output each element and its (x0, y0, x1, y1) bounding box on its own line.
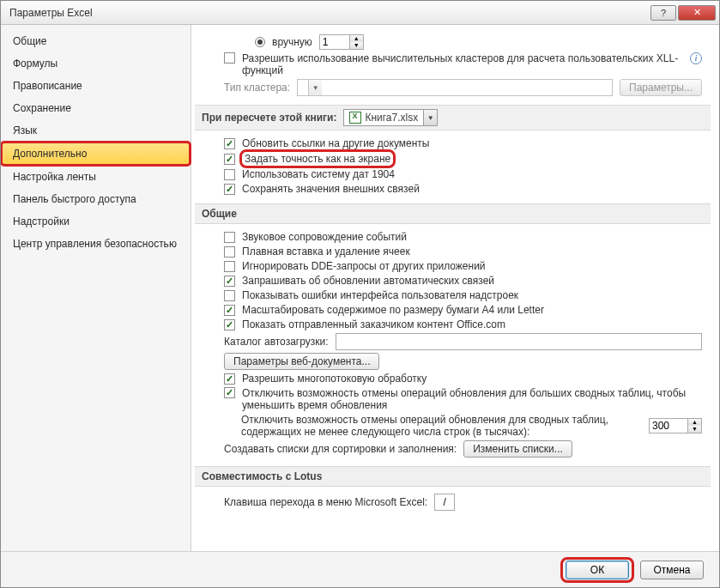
precision-as-displayed-label: Задать точность как на экране (242, 152, 393, 166)
web-document-params-button[interactable]: Параметры веб-документа... (224, 353, 379, 370)
chevron-down-icon[interactable]: ▼ (423, 110, 437, 125)
multithread-checkbox[interactable] (224, 373, 235, 385)
nav-addins[interactable]: Надстройки (1, 210, 191, 233)
lotus-key-label: Клавиша перехода в меню Microsoft Excel: (224, 496, 427, 508)
lotus-key-input[interactable] (434, 494, 455, 511)
date-1904-checkbox[interactable] (224, 169, 235, 180)
smooth-insert-checkbox[interactable] (224, 246, 235, 258)
undo-pivot-rows-value[interactable] (649, 418, 688, 433)
category-sidebar: Общие Формулы Правописание Сохранение Яз… (1, 25, 191, 551)
calc-manual-spinner[interactable]: ▲▼ (319, 34, 364, 50)
save-external-label: Сохранять значения внешних связей (242, 183, 420, 195)
titlebar: Параметры Excel ? ✕ (1, 1, 719, 25)
nav-proofing[interactable]: Правописание (1, 75, 191, 97)
calc-manual-label: вручную (272, 36, 312, 48)
section-recalc: При пересчете этой книги: Книга7.xlsx ▼ (195, 105, 711, 130)
nav-general[interactable]: Общие (1, 30, 191, 52)
autoload-path-input[interactable] (336, 333, 702, 350)
cluster-type-label: Тип кластера: (224, 82, 290, 94)
update-links-label: Обновить ссылки на другие документы (242, 137, 429, 149)
allow-xll-checkbox[interactable] (224, 52, 235, 64)
nav-language[interactable]: Язык (1, 119, 191, 142)
precision-as-displayed-checkbox[interactable] (224, 154, 235, 165)
dialog-footer: ОК Отмена (1, 551, 719, 587)
ask-update-links-checkbox[interactable] (224, 276, 235, 287)
edit-lists-button[interactable]: Изменить списки... (463, 440, 572, 458)
calc-manual-radio[interactable] (255, 37, 265, 47)
ignore-dde-checkbox[interactable] (224, 261, 235, 272)
info-icon[interactable]: i (690, 52, 702, 64)
allow-xll-label: Разрешить использование вычислительных к… (242, 52, 683, 76)
close-button[interactable]: ✕ (678, 5, 716, 21)
nav-customize-ribbon[interactable]: Настройка ленты (1, 166, 191, 188)
undo-pivot-rows-spinner[interactable]: ▲▼ (649, 418, 702, 433)
excel-file-icon (349, 112, 361, 124)
nav-formulas[interactable]: Формулы (1, 52, 191, 75)
section-general: Общие (195, 203, 711, 224)
nav-save[interactable]: Сохранение (1, 97, 191, 119)
update-links-checkbox[interactable] (224, 138, 235, 149)
cluster-type-combo: ▼ (297, 79, 613, 96)
section-lotus: Совместимость с Lotus (195, 466, 711, 487)
window-title: Параметры Excel (9, 7, 649, 19)
show-addin-errors-checkbox[interactable] (224, 290, 235, 301)
office-com-content-checkbox[interactable] (224, 319, 235, 330)
calc-manual-value[interactable] (319, 34, 350, 50)
help-button[interactable]: ? (650, 5, 676, 21)
workbook-combo[interactable]: Книга7.xlsx ▼ (343, 109, 438, 126)
nav-advanced[interactable]: Дополнительно (1, 142, 191, 166)
nav-trust-center[interactable]: Центр управления безопасностью (1, 233, 191, 255)
ok-button[interactable]: ОК (566, 561, 629, 579)
date-1904-label: Использовать систему дат 1904 (242, 168, 395, 180)
undo-pivot-rows-label: Отключить возможность отмены операций об… (241, 414, 642, 438)
cluster-params-button: Параметры... (620, 79, 702, 96)
disable-undo-big-pivot-checkbox[interactable] (224, 387, 235, 398)
cancel-button[interactable]: Отмена (640, 561, 704, 579)
save-external-checkbox[interactable] (224, 184, 235, 195)
scale-a4-checkbox[interactable] (224, 305, 235, 316)
sound-checkbox[interactable] (224, 232, 235, 243)
excel-options-dialog: Параметры Excel ? ✕ Общие Формулы Правоп… (0, 0, 720, 588)
autoload-label: Каталог автозагрузки: (224, 336, 329, 348)
sort-lists-label: Создавать списки для сортировки и заполн… (224, 443, 457, 455)
nav-qat[interactable]: Панель быстрого доступа (1, 188, 191, 210)
options-content: вручную ▲▼ Разрешить использование вычис… (191, 25, 719, 551)
